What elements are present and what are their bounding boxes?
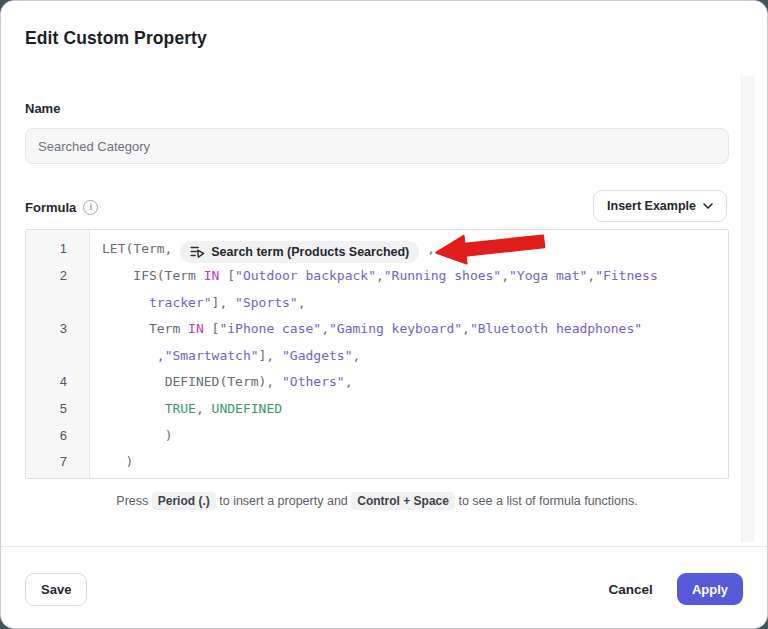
code-segment: [	[204, 321, 220, 336]
code-text[interactable]: Term IN ["iPhone case","Gaming keyboard"…	[90, 316, 728, 369]
code-segment: ],	[259, 348, 282, 363]
code-segment: "Sports"	[235, 295, 298, 310]
code-segment: IFS(Term	[102, 268, 204, 283]
code-segment: UNDEFINED	[212, 401, 282, 416]
line-number: 4	[26, 369, 90, 396]
code-line: 5 TRUE, UNDEFINED	[26, 396, 728, 423]
formula-editor[interactable]: 1LET(Term, Search term (Products Searche…	[25, 229, 729, 479]
insert-example-button[interactable]: Insert Example	[593, 190, 727, 222]
chevron-down-icon	[703, 203, 713, 209]
code-segment: ,	[419, 241, 435, 256]
code-segment: IN	[188, 321, 204, 336]
code-segment: Term	[102, 321, 188, 336]
editor-hint: Press Period (.) to insert a property an…	[25, 492, 729, 510]
code-line: 6 )	[26, 423, 728, 450]
code-segment: [	[219, 268, 235, 283]
code-line: 1LET(Term, Search term (Products Searche…	[26, 236, 728, 263]
vertical-scrollbar[interactable]	[741, 76, 754, 542]
info-icon[interactable]: i	[83, 200, 98, 215]
line-number: 3	[26, 316, 90, 343]
code-segment: ,	[196, 401, 212, 416]
code-lines: 1LET(Term, Search term (Products Searche…	[26, 236, 728, 476]
code-line: 7 )	[26, 449, 728, 476]
kbd-control-space: Control + Space	[351, 492, 455, 510]
modal-title: Edit Custom Property	[25, 28, 207, 49]
code-segment: ,	[352, 348, 360, 363]
code-line: 2 IFS(Term IN ["Outdoor backpack","Runni…	[26, 263, 728, 316]
line-number: 1	[26, 236, 90, 263]
code-segment: ,	[376, 268, 384, 283]
code-segment: "Gaming keyboard"	[329, 321, 462, 336]
code-segment: ,	[298, 295, 306, 310]
code-segment: "Smartwatch"	[165, 348, 259, 363]
insert-example-label: Insert Example	[607, 199, 696, 213]
code-line: 3 Term IN ["iPhone case","Gaming keyboar…	[26, 316, 728, 369]
code-segment: "Others"	[282, 374, 345, 389]
formula-label-row: Formula i	[25, 197, 98, 217]
code-segment: ,	[587, 268, 595, 283]
hint-text: to insert a property and	[219, 494, 348, 508]
code-segment: LET(Term,	[102, 241, 180, 256]
code-text[interactable]: )	[90, 449, 728, 476]
line-number: 5	[26, 396, 90, 423]
code-segment: ,	[102, 348, 165, 363]
apply-button[interactable]: Apply	[677, 573, 743, 605]
code-line: 4 DEFINED(Term), "Others",	[26, 369, 728, 396]
code-text[interactable]: TRUE, UNDEFINED	[90, 396, 728, 423]
code-segment: "iPhone case"	[219, 321, 321, 336]
code-text[interactable]: DEFINED(Term), "Others",	[90, 369, 728, 396]
property-chip[interactable]: Search term (Products Searched)	[180, 241, 419, 263]
code-segment: TRUE	[102, 401, 196, 416]
line-number: 6	[26, 423, 90, 450]
modal-footer: Save Cancel Apply	[25, 572, 743, 606]
code-segment: "Running shoes"	[384, 268, 501, 283]
formula-label: Formula	[25, 200, 76, 215]
code-segment: )	[102, 428, 172, 443]
code-segment: "Gadgets"	[282, 348, 352, 363]
edit-custom-property-modal: Edit Custom Property Name Formula i Inse…	[0, 0, 768, 629]
code-text[interactable]: LET(Term, Search term (Products Searched…	[90, 236, 728, 263]
code-segment: DEFINED(Term),	[102, 374, 282, 389]
code-segment: ,	[345, 374, 353, 389]
code-text[interactable]: )	[90, 423, 728, 450]
property-list-icon	[190, 246, 205, 258]
save-button[interactable]: Save	[25, 573, 87, 606]
code-segment: ,	[501, 268, 509, 283]
code-segment: IN	[204, 268, 220, 283]
code-segment: )	[102, 454, 133, 469]
kbd-period: Period (.)	[152, 492, 216, 510]
code-segment: ],	[212, 295, 235, 310]
footer-divider	[1, 546, 767, 547]
name-label: Name	[25, 101, 60, 116]
line-number: 7	[26, 449, 90, 476]
cancel-button[interactable]: Cancel	[609, 582, 653, 597]
hint-text: to see a list of formula functions.	[458, 494, 637, 508]
code-segment: ,	[321, 321, 329, 336]
code-segment: "Outdoor backpack"	[235, 268, 376, 283]
name-input[interactable]	[25, 128, 729, 164]
code-segment: "Yoga mat"	[509, 268, 587, 283]
code-segment: "Bluetooth headphones"	[470, 321, 642, 336]
property-chip-label: Search term (Products Searched)	[211, 239, 409, 266]
code-text[interactable]: IFS(Term IN ["Outdoor backpack","Running…	[90, 263, 728, 316]
hint-text: Press	[116, 494, 148, 508]
line-number: 2	[26, 263, 90, 290]
code-segment: ,	[462, 321, 470, 336]
